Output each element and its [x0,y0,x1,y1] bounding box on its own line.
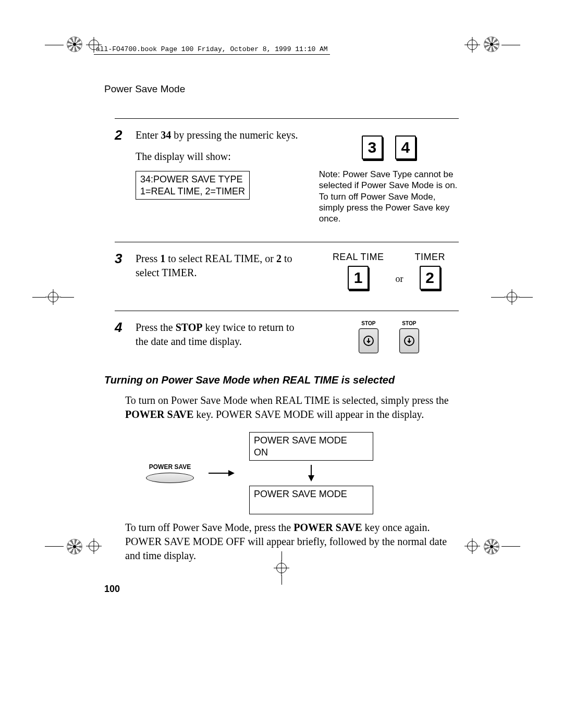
numeric-key-1[interactable]: 1 [348,266,369,290]
subsection-heading: Turning on Power Save Mode when REAL TIM… [104,374,469,386]
subsection-para1: To turn on Power Save Mode when REAL TIM… [104,393,469,427]
arrow-right-icon [209,469,235,477]
numeric-key-2[interactable]: 2 [420,266,440,290]
stop-button[interactable] [399,328,419,353]
section-header: Power Save Mode [104,83,469,95]
step2-line2: The display will show: [136,150,307,164]
lcd-display-box: POWER SAVE MODE ON [249,432,373,461]
lcd-display-box: POWER SAVE MODE [249,486,373,514]
power-save-button[interactable] [146,473,194,483]
step-number: 3 [115,252,128,290]
numeric-key-4[interactable]: 4 [395,135,416,159]
step-number: 4 [115,320,128,353]
label-real-time: REAL TIME [333,252,384,263]
stop-label: STOP [402,320,416,326]
step4-text: Press the STOP key twice to return to th… [136,320,307,353]
step-4: 4 Press the STOP key twice to return to … [104,320,469,360]
divider [115,311,459,311]
numeric-key-3[interactable]: 3 [362,135,383,159]
stop-icon [363,335,374,347]
step-2: 2 Enter 34 by pressing the numeric keys.… [104,128,469,230]
subsection-para2: To turn off Power Save Mode, press the P… [104,521,469,568]
step2-line1: Enter 34 by pressing the numeric keys. [136,128,307,142]
power-save-flow: POWER SAVE POWER SAVE MODE ON POWER SAVE… [104,432,469,514]
step3-text: Press 1 to select REAL TIME, or 2 to sel… [136,252,307,290]
step2-note: Note: Power Save Type cannot be selected… [319,169,459,224]
step-number: 2 [115,128,128,224]
svg-marker-1 [366,338,371,343]
power-save-caption: POWER SAVE [149,463,191,471]
step-3: 3 Press 1 to select REAL TIME, or 2 to s… [104,252,469,296]
divider [115,242,459,242]
svg-marker-3 [407,338,411,343]
label-timer: TIMER [414,252,445,263]
svg-marker-7 [308,475,314,482]
page-number: 100 [104,584,469,595]
arrow-down-icon [307,465,315,482]
svg-marker-5 [228,470,235,476]
book-meta: all-FO4700.book Page 100 Friday, October… [94,45,330,55]
or-label: or [395,274,403,290]
divider [115,118,459,119]
stop-icon [403,335,415,347]
stop-button[interactable] [359,328,378,353]
lcd-display-box: 34:POWER SAVE TYPE 1=REAL TIME, 2=TIMER [136,171,250,200]
stop-label: STOP [361,320,375,326]
